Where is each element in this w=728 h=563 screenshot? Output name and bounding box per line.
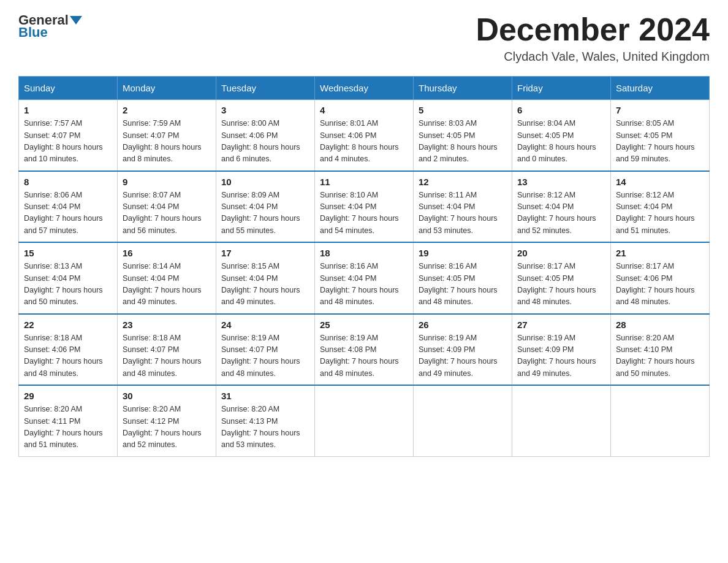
calendar-cell: 14Sunrise: 8:12 AMSunset: 4:04 PMDayligh…: [611, 171, 710, 243]
calendar-header-row: SundayMondayTuesdayWednesdayThursdayFrid…: [19, 77, 710, 100]
calendar-week-row: 1Sunrise: 7:57 AMSunset: 4:07 PMDaylight…: [19, 100, 710, 171]
calendar-cell: 30Sunrise: 8:20 AMSunset: 4:12 PMDayligh…: [118, 385, 216, 456]
calendar-cell: 26Sunrise: 8:19 AMSunset: 4:09 PMDayligh…: [414, 314, 512, 386]
day-number: 3: [221, 105, 309, 115]
day-info: Sunrise: 8:01 AMSunset: 4:06 PMDaylight:…: [320, 118, 408, 166]
calendar-cell: 22Sunrise: 8:18 AMSunset: 4:06 PMDayligh…: [19, 314, 118, 386]
day-info: Sunrise: 8:20 AMSunset: 4:11 PMDaylight:…: [24, 404, 112, 451]
calendar-cell: 28Sunrise: 8:20 AMSunset: 4:10 PMDayligh…: [611, 314, 710, 386]
calendar-cell: [512, 385, 611, 456]
day-info: Sunrise: 8:18 AMSunset: 4:06 PMDaylight:…: [24, 332, 112, 380]
day-number: 5: [419, 105, 507, 115]
page-header: General Blue December 2024 Clydach Vale,…: [18, 12, 710, 64]
column-header-tuesday: Tuesday: [216, 77, 315, 100]
day-info: Sunrise: 8:10 AMSunset: 4:04 PMDaylight:…: [320, 190, 408, 237]
day-number: 24: [221, 320, 309, 330]
day-info: Sunrise: 8:20 AMSunset: 4:10 PMDaylight:…: [616, 332, 704, 380]
day-number: 1: [24, 105, 112, 115]
day-info: Sunrise: 8:13 AMSunset: 4:04 PMDaylight:…: [24, 261, 112, 308]
calendar-cell: 2Sunrise: 7:59 AMSunset: 4:07 PMDaylight…: [118, 100, 216, 171]
day-number: 27: [517, 320, 605, 330]
calendar-week-row: 8Sunrise: 8:06 AMSunset: 4:04 PMDaylight…: [19, 171, 710, 243]
column-header-friday: Friday: [512, 77, 611, 100]
day-number: 11: [320, 177, 408, 187]
column-header-thursday: Thursday: [414, 77, 512, 100]
calendar-cell: 11Sunrise: 8:10 AMSunset: 4:04 PMDayligh…: [315, 171, 414, 243]
day-info: Sunrise: 8:19 AMSunset: 4:09 PMDaylight:…: [419, 332, 507, 380]
calendar-cell: 25Sunrise: 8:19 AMSunset: 4:08 PMDayligh…: [315, 314, 414, 386]
day-info: Sunrise: 8:19 AMSunset: 4:09 PMDaylight:…: [517, 332, 605, 380]
logo-arrow-icon: [70, 16, 82, 25]
day-number: 18: [320, 248, 408, 258]
day-number: 17: [221, 248, 309, 258]
calendar-cell: 9Sunrise: 8:07 AMSunset: 4:04 PMDaylight…: [118, 171, 216, 243]
day-number: 6: [517, 105, 605, 115]
day-info: Sunrise: 8:12 AMSunset: 4:04 PMDaylight:…: [616, 190, 704, 237]
day-info: Sunrise: 8:17 AMSunset: 4:06 PMDaylight:…: [616, 261, 704, 308]
day-number: 2: [123, 105, 211, 115]
logo: General Blue: [18, 12, 83, 40]
day-info: Sunrise: 8:18 AMSunset: 4:07 PMDaylight:…: [123, 332, 211, 380]
day-info: Sunrise: 8:05 AMSunset: 4:05 PMDaylight:…: [616, 118, 704, 166]
day-info: Sunrise: 8:20 AMSunset: 4:12 PMDaylight:…: [123, 404, 211, 451]
calendar-cell: 17Sunrise: 8:15 AMSunset: 4:04 PMDayligh…: [216, 242, 315, 314]
calendar-cell: 18Sunrise: 8:16 AMSunset: 4:04 PMDayligh…: [315, 242, 414, 314]
day-info: Sunrise: 8:17 AMSunset: 4:05 PMDaylight:…: [517, 261, 605, 308]
day-info: Sunrise: 8:16 AMSunset: 4:04 PMDaylight:…: [320, 261, 408, 308]
day-number: 12: [419, 177, 507, 187]
calendar-cell: 27Sunrise: 8:19 AMSunset: 4:09 PMDayligh…: [512, 314, 611, 386]
day-info: Sunrise: 7:57 AMSunset: 4:07 PMDaylight:…: [24, 118, 112, 166]
month-title: December 2024: [476, 12, 710, 47]
day-info: Sunrise: 8:19 AMSunset: 4:08 PMDaylight:…: [320, 332, 408, 380]
day-info: Sunrise: 8:03 AMSunset: 4:05 PMDaylight:…: [419, 118, 507, 166]
day-number: 9: [123, 177, 211, 187]
day-info: Sunrise: 8:15 AMSunset: 4:04 PMDaylight:…: [221, 261, 309, 308]
calendar-cell: 6Sunrise: 8:04 AMSunset: 4:05 PMDaylight…: [512, 100, 611, 171]
day-number: 16: [123, 248, 211, 258]
day-number: 29: [24, 391, 112, 401]
calendar-table: SundayMondayTuesdayWednesdayThursdayFrid…: [18, 76, 710, 457]
calendar-cell: 16Sunrise: 8:14 AMSunset: 4:04 PMDayligh…: [118, 242, 216, 314]
day-info: Sunrise: 8:04 AMSunset: 4:05 PMDaylight:…: [517, 118, 605, 166]
day-number: 26: [419, 320, 507, 330]
calendar-week-row: 15Sunrise: 8:13 AMSunset: 4:04 PMDayligh…: [19, 242, 710, 314]
column-header-sunday: Sunday: [19, 77, 118, 100]
title-section: December 2024 Clydach Vale, Wales, Unite…: [476, 12, 710, 64]
day-info: Sunrise: 8:06 AMSunset: 4:04 PMDaylight:…: [24, 190, 112, 237]
day-number: 14: [616, 177, 704, 187]
calendar-cell: 20Sunrise: 8:17 AMSunset: 4:05 PMDayligh…: [512, 242, 611, 314]
calendar-cell: 29Sunrise: 8:20 AMSunset: 4:11 PMDayligh…: [19, 385, 118, 456]
day-number: 8: [24, 177, 112, 187]
day-number: 25: [320, 320, 408, 330]
day-info: Sunrise: 8:12 AMSunset: 4:04 PMDaylight:…: [517, 190, 605, 237]
calendar-week-row: 29Sunrise: 8:20 AMSunset: 4:11 PMDayligh…: [19, 385, 710, 456]
calendar-cell: 21Sunrise: 8:17 AMSunset: 4:06 PMDayligh…: [611, 242, 710, 314]
calendar-cell: 19Sunrise: 8:16 AMSunset: 4:05 PMDayligh…: [414, 242, 512, 314]
calendar-week-row: 22Sunrise: 8:18 AMSunset: 4:06 PMDayligh…: [19, 314, 710, 386]
day-number: 21: [616, 248, 704, 258]
calendar-cell: 24Sunrise: 8:19 AMSunset: 4:07 PMDayligh…: [216, 314, 315, 386]
day-number: 15: [24, 248, 112, 258]
column-header-saturday: Saturday: [611, 77, 710, 100]
calendar-cell: 3Sunrise: 8:00 AMSunset: 4:06 PMDaylight…: [216, 100, 315, 171]
day-number: 31: [221, 391, 309, 401]
day-number: 22: [24, 320, 112, 330]
day-number: 28: [616, 320, 704, 330]
day-info: Sunrise: 8:20 AMSunset: 4:13 PMDaylight:…: [221, 404, 309, 451]
column-header-monday: Monday: [118, 77, 216, 100]
day-number: 13: [517, 177, 605, 187]
calendar-cell: 31Sunrise: 8:20 AMSunset: 4:13 PMDayligh…: [216, 385, 315, 456]
day-number: 4: [320, 105, 408, 115]
calendar-cell: [414, 385, 512, 456]
day-info: Sunrise: 8:19 AMSunset: 4:07 PMDaylight:…: [221, 332, 309, 380]
calendar-cell: 5Sunrise: 8:03 AMSunset: 4:05 PMDaylight…: [414, 100, 512, 171]
calendar-cell: 13Sunrise: 8:12 AMSunset: 4:04 PMDayligh…: [512, 171, 611, 243]
calendar-cell: [315, 385, 414, 456]
calendar-cell: 8Sunrise: 8:06 AMSunset: 4:04 PMDaylight…: [19, 171, 118, 243]
calendar-cell: 10Sunrise: 8:09 AMSunset: 4:04 PMDayligh…: [216, 171, 315, 243]
day-number: 10: [221, 177, 309, 187]
calendar-cell: 15Sunrise: 8:13 AMSunset: 4:04 PMDayligh…: [19, 242, 118, 314]
day-number: 20: [517, 248, 605, 258]
day-number: 23: [123, 320, 211, 330]
day-number: 7: [616, 105, 704, 115]
